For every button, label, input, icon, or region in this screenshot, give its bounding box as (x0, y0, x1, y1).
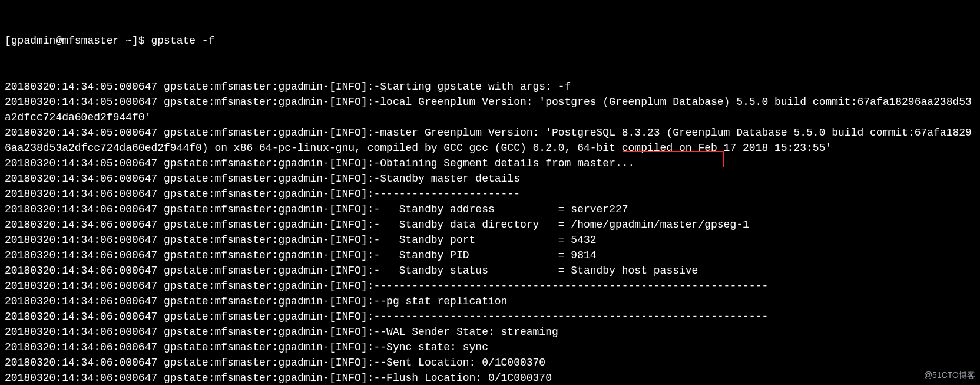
log-line: 20180320:14:34:06:000647 gpstate:mfsmast… (5, 232, 975, 248)
log-lines: 20180320:14:34:05:000647 gpstate:mfsmast… (5, 79, 975, 385)
log-line: 20180320:14:34:06:000647 gpstate:mfsmast… (5, 340, 975, 355)
log-line: 20180320:14:34:05:000647 gpstate:mfsmast… (5, 94, 975, 110)
log-line: 20180320:14:34:06:000647 gpstate:mfsmast… (5, 309, 975, 324)
log-line: a2dfcc724da60ed2f944f0' (5, 110, 975, 125)
log-line: 20180320:14:34:06:000647 gpstate:mfsmast… (5, 171, 975, 186)
log-line: 20180320:14:34:05:000647 gpstate:mfsmast… (5, 156, 975, 171)
log-line: 20180320:14:34:05:000647 gpstate:mfsmast… (5, 125, 975, 140)
log-line: 20180320:14:34:05:000647 gpstate:mfsmast… (5, 79, 975, 94)
log-line: 20180320:14:34:06:000647 gpstate:mfsmast… (5, 248, 975, 263)
log-line: 6aa238d53a2dfcc724da60ed2f944f0) on x86_… (5, 140, 975, 156)
log-line: 20180320:14:34:06:000647 gpstate:mfsmast… (5, 263, 975, 278)
log-line: 20180320:14:34:06:000647 gpstate:mfsmast… (5, 278, 975, 294)
log-line: 20180320:14:34:06:000647 gpstate:mfsmast… (5, 217, 975, 232)
log-line: 20180320:14:34:06:000647 gpstate:mfsmast… (5, 324, 975, 340)
log-line: 20180320:14:34:06:000647 gpstate:mfsmast… (5, 370, 975, 385)
log-line: 20180320:14:34:06:000647 gpstate:mfsmast… (5, 355, 975, 370)
shell-prompt-line: [gpadmin@mfsmaster ~]$ gpstate -f (5, 33, 975, 48)
log-line: 20180320:14:34:06:000647 gpstate:mfsmast… (5, 202, 975, 217)
log-line: 20180320:14:34:06:000647 gpstate:mfsmast… (5, 186, 975, 202)
terminal-output: [gpadmin@mfsmaster ~]$ gpstate -f 201803… (0, 0, 980, 385)
log-line: 20180320:14:34:06:000647 gpstate:mfsmast… (5, 294, 975, 309)
watermark: @51CTO博客 (924, 367, 975, 383)
